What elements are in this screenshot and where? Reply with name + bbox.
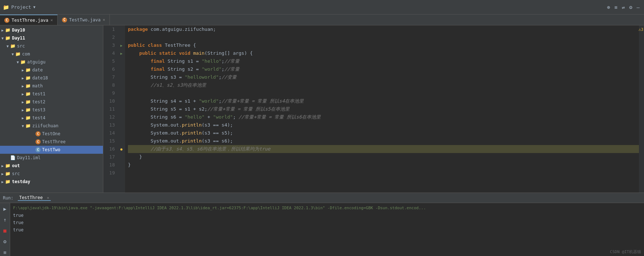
gutter-8 — [118, 81, 125, 89]
tree-item-com[interactable]: ▼ 📁 com — [0, 50, 103, 58]
bottom-tab-close[interactable]: ✕ — [47, 195, 49, 200]
tab-close-testthree[interactable]: ✕ — [50, 18, 53, 22]
tab-close-testtwo[interactable]: ✕ — [103, 17, 105, 22]
gutter-14 — [118, 129, 125, 137]
arrow-com: ▼ — [10, 52, 15, 56]
label-math: math — [32, 83, 43, 88]
bottom-side-icons: ▶ ↑ ■ ⚙ ≡ ⇩ — [0, 203, 10, 256]
folder-icon-com: 📁 — [15, 51, 21, 57]
ln-19: 19 — [106, 169, 115, 177]
folder-icon-testday: 📁 — [5, 179, 11, 184]
gutter-10 — [118, 97, 125, 105]
rerun-icon[interactable]: ↑ — [2, 215, 8, 224]
folder-icon-test4: 📁 — [25, 115, 31, 120]
arrow-ziifuchuan: ▼ — [20, 124, 25, 128]
code-line-16: //由于s3、s4、s5、s6均在串池里，所以结果均为true — [128, 145, 641, 153]
folder-icon-day10: 📁 — [5, 28, 11, 33]
stop-icon[interactable]: ■ — [2, 226, 8, 235]
tree-item-day10[interactable]: ▶ 📁 Day10 — [0, 26, 103, 34]
gutter-12 — [118, 113, 125, 121]
tab-run-testthree[interactable]: TestThree ✕ — [18, 195, 51, 201]
gutter-3-run[interactable]: ▶ — [118, 41, 125, 49]
minimize-icon[interactable]: — — [635, 4, 641, 11]
console-area: F:\app\java\jdk-19\bin\java.exe "-javaag… — [10, 203, 644, 256]
label-date18: date18 — [32, 75, 48, 80]
code-line-10: String s4 = s1 + "world";//常量+常量 = 常量 所以… — [128, 97, 641, 105]
tab-label-testthree: TestThree.java — [12, 18, 48, 23]
filter-icon[interactable]: ⚙ — [2, 237, 8, 246]
gutter-4-run[interactable]: ▶ — [118, 49, 125, 57]
code-line-5: final String s1 = "hello";//常量 — [128, 57, 641, 65]
list-icon[interactable]: ≡ — [613, 4, 619, 11]
tree-item-src[interactable]: ▼ 📁 src — [0, 42, 103, 50]
gutter-7 — [118, 73, 125, 81]
arrow-atguigu: ▼ — [15, 60, 20, 64]
tree-item-testone[interactable]: C TestOne — [0, 130, 103, 138]
folder-icon-src: 📁 — [10, 44, 16, 49]
project-label[interactable]: Project — [11, 4, 31, 10]
ln-14: 14 — [106, 129, 115, 137]
label-testday: testday — [12, 179, 30, 184]
label-atguigu: atguigu — [27, 59, 46, 65]
label-testthree: TestThree — [42, 139, 66, 144]
bottom-panel: Run: TestThree ✕ ▶ ↑ ■ ⚙ ≡ ⇩ F:\app\java… — [0, 193, 644, 256]
label-testone: TestOne — [42, 131, 61, 136]
tree-item-math[interactable]: ▶ 📁 math — [0, 82, 103, 90]
tree-item-src-root[interactable]: ▶ 📁 src — [0, 170, 103, 178]
gutter-16-dot: ● — [118, 145, 125, 153]
gutter-9 — [118, 89, 125, 97]
gutter-15 — [118, 137, 125, 145]
run-label: Run: — [3, 195, 13, 201]
tab-testthree[interactable]: C TestThree.java ✕ — [0, 15, 58, 25]
arrow-math: ▶ — [20, 84, 25, 88]
main-layout: ▶ 📁 Day10 ▼ 📁 Day11 ▼ 📁 src ▼ — [0, 25, 644, 193]
folder-icon-date: 📁 — [25, 67, 31, 73]
run-again-icon[interactable]: ▶ — [2, 205, 8, 213]
tree-item-day11[interactable]: ▼ 📁 Day11 — [0, 34, 103, 42]
top-bar-left: 📁 Project ▼ — [3, 4, 36, 10]
gutter-5 — [118, 57, 125, 65]
tree-item-ziifuchuan[interactable]: ▼ 📁 ziifuchuan — [0, 122, 103, 130]
add-icon[interactable]: ⊕ — [606, 4, 611, 11]
code-line-14: System.out.println(s3 == s5); — [128, 129, 641, 137]
code-line-8: //s1、s2、s3均在串池里 — [128, 81, 641, 89]
project-icon: 📁 — [3, 4, 9, 10]
tree-item-test4[interactable]: ▶ 📁 test4 — [0, 114, 103, 122]
file-icon-testone: C — [36, 131, 41, 136]
warning-count: 3 — [641, 28, 643, 32]
tab-icon-testthree: C — [4, 18, 9, 23]
tree-item-test1[interactable]: ▶ 📁 test1 — [0, 90, 103, 98]
label-out: out — [12, 163, 20, 168]
tree-item-date18[interactable]: ▶ 📁 date18 — [0, 74, 103, 82]
line-numbers: 1 2 3 4 5 6 7 8 9 10 11 12 13 14 15 16 1… — [103, 25, 118, 193]
scroll-end-icon[interactable]: ≡ — [2, 248, 8, 256]
label-day11: Day11 — [12, 36, 25, 41]
tab-testtwo[interactable]: C TestTwo.java ✕ — [58, 15, 110, 25]
tree-item-testtwo[interactable]: C TestTwo — [0, 146, 103, 154]
bottom-content: ▶ ↑ ■ ⚙ ≡ ⇩ F:\app\java\jdk-19\bin\java.… — [0, 203, 644, 256]
tree-item-atguigu[interactable]: ▼ 📁 atguigu — [0, 58, 103, 66]
code-line-6: final String s2 = "world";//常量 — [128, 65, 641, 73]
label-day11iml: Day11.iml — [17, 155, 41, 160]
tree-item-testday[interactable]: ▶ 📁 testday — [0, 178, 103, 186]
tree-item-test3[interactable]: ▶ 📁 test3 — [0, 106, 103, 114]
tree-item-day11iml[interactable]: 📄 Day11.iml — [0, 154, 103, 162]
label-src: src — [17, 44, 25, 49]
tree-item-out[interactable]: ▶ 📁 out — [0, 162, 103, 170]
tree-item-date[interactable]: ▶ 📁 date — [0, 66, 103, 74]
right-gutter: ⚠3 — [639, 25, 644, 193]
ln-7: 7 — [106, 73, 115, 81]
bottom-tabs: Run: TestThree ✕ — [0, 193, 644, 203]
ln-13: 13 — [106, 121, 115, 129]
arrow-test1: ▶ — [20, 92, 25, 96]
tree-item-testthree[interactable]: C TestThree — [0, 138, 103, 146]
top-bar: 📁 Project ▼ ⊕ ≡ ⇌ ⚙ — — [0, 0, 644, 15]
tree-item-test2[interactable]: ▶ 📁 test2 — [0, 98, 103, 106]
label-test2: test2 — [32, 99, 45, 104]
code-content[interactable]: package com.atguigu.ziifuchuan; public c… — [125, 25, 644, 193]
dropdown-arrow-icon[interactable]: ▼ — [33, 5, 36, 9]
editor-scroll[interactable]: 1 2 3 4 5 6 7 8 9 10 11 12 13 14 15 16 1… — [103, 25, 644, 193]
settings-icon[interactable]: ⚙ — [628, 4, 633, 11]
console-output-1: true — [13, 212, 641, 219]
sync-icon[interactable]: ⇌ — [620, 4, 626, 11]
